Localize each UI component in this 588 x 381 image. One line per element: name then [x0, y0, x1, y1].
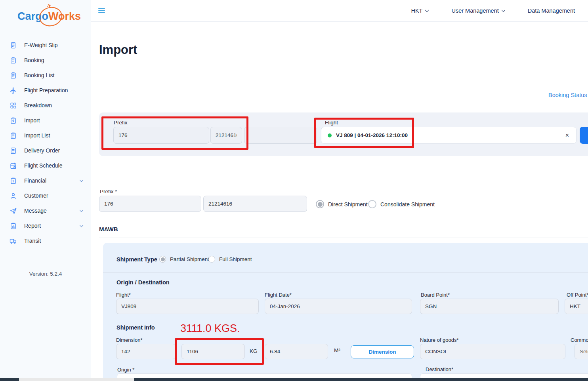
report-chart-icon [10, 222, 17, 230]
radio-partial-shipment[interactable]: Partial Shipment [159, 256, 209, 263]
prefix-input[interactable] [113, 127, 209, 144]
commodity-label: Commodity [571, 337, 588, 343]
weight-input[interactable] [181, 344, 245, 359]
app-version: Version: 5.2.4 [0, 271, 91, 277]
origin-destination-heading: Origin / Destination [116, 279, 170, 286]
scrollbar-thumb[interactable] [19, 378, 134, 381]
top-navigation: HKT User Management Data Management [411, 8, 575, 14]
chevron-down-icon [501, 8, 505, 12]
prefix-input-2[interactable] [99, 196, 201, 212]
sidebar-item-breakdown[interactable]: Breakdown [0, 98, 91, 113]
clipboard-import-icon [10, 117, 17, 124]
flight-select[interactable]: VJ 809 | 04-01-2026 12:10:00 × [321, 127, 577, 144]
awb-number-input-2[interactable] [203, 196, 307, 212]
sidebar-item-label: Import [24, 117, 83, 124]
awb-number-input[interactable] [210, 127, 242, 144]
nav-label: HKT [411, 8, 422, 14]
nature-of-goods-label: Nature of goods* [420, 337, 459, 343]
mawb-form-panel: Shipment Type Partial Shipment Full Ship… [103, 243, 588, 381]
sidebar-item-financial[interactable]: $ Financial [0, 173, 91, 188]
volume-input[interactable] [265, 344, 328, 359]
sidebar-item-report[interactable]: Report [0, 218, 91, 233]
document-icon [10, 147, 17, 154]
radio-label: Consolidate Shipment [380, 201, 435, 208]
board-point-input[interactable] [420, 299, 559, 314]
radio-icon [316, 200, 324, 208]
sidebar-item-label: Booking List [24, 72, 83, 78]
prefix-label: Prefix [114, 120, 128, 126]
radio-label: Direct Shipment [328, 201, 368, 208]
flight-label: Flight [325, 120, 338, 126]
top-header: HKT User Management Data Management [91, 0, 588, 22]
radio-full-shipment[interactable]: Full Shipment [208, 256, 252, 263]
horizontal-scrollbar[interactable] [0, 378, 588, 381]
awb-extra-input[interactable] [244, 127, 317, 144]
flight-field-input[interactable] [116, 299, 259, 314]
logo-plane-icon: ✈ [46, 2, 53, 10]
chevron-down-icon [80, 178, 84, 182]
sidebar-item-flight-schedule[interactable]: Flight Schedule [0, 158, 91, 173]
sidebar-item-delivery-order[interactable]: Delivery Order [0, 143, 91, 158]
sidebar-item-import-list[interactable]: Import List [0, 128, 91, 143]
nature-of-goods-input[interactable] [420, 344, 565, 359]
nav-item-user-management[interactable]: User Management [451, 8, 504, 14]
finance-clipboard-icon: $ [10, 177, 17, 185]
sidebar-item-import[interactable]: Import [0, 113, 91, 128]
radio-label: Partial Shipment [170, 256, 209, 262]
flight-status-dot-icon [328, 133, 332, 137]
radio-label: Full Shipment [219, 256, 252, 262]
commodity-select[interactable] [575, 344, 588, 359]
prefix-required-label: Prefix * [100, 189, 117, 194]
user-icon [10, 192, 17, 200]
sidebar-item-booking[interactable]: Booking [0, 53, 91, 68]
flight-select-value: VJ 809 | 04-01-2026 12:10:00 [336, 132, 408, 138]
sidebar-item-label: Booking [24, 57, 83, 63]
logo-text-works: Works [48, 10, 81, 22]
off-point-label: Off Point* [567, 292, 588, 298]
radio-icon [159, 256, 166, 263]
pieces-input[interactable] [116, 344, 176, 359]
sidebar-item-message[interactable]: Message [0, 203, 91, 218]
app-logo: CargoWorks ✈ [0, 0, 91, 23]
sidebar: CargoWorks ✈ E-Weight Slip Booking Booki… [0, 0, 91, 381]
slip-icon [10, 42, 17, 49]
radio-icon [208, 256, 215, 263]
hamburger-menu-icon[interactable] [98, 7, 105, 14]
sidebar-item-label: Message [24, 208, 80, 214]
booking-status-link[interactable]: Booking Status : [548, 92, 588, 98]
sidebar-item-e-weight-slip[interactable]: E-Weight Slip [0, 38, 91, 53]
awb-search-panel: Prefix Flight VJ 809 | 04-01-2026 12:10:… [99, 112, 588, 156]
nav-item-data-management[interactable]: Data Management [528, 8, 575, 14]
shipment-info-heading: Shipment Info [116, 324, 155, 331]
clear-icon[interactable]: × [565, 132, 570, 139]
sidebar-item-customer[interactable]: Customer [0, 188, 91, 203]
dimension-button[interactable]: Dimension [351, 345, 414, 358]
origin-label: Origin * [117, 367, 134, 373]
sidebar-item-flight-preparation[interactable]: Flight Preparation [0, 83, 91, 98]
nav-label: Data Management [528, 8, 575, 14]
flight-search-button[interactable] [580, 127, 588, 144]
nav-item-hkt[interactable]: HKT [411, 8, 428, 14]
plane-icon [10, 87, 17, 94]
board-point-label: Board Point* [421, 292, 450, 298]
grid-icon [10, 102, 17, 109]
sidebar-item-booking-list[interactable]: Booking List [0, 68, 91, 83]
sidebar-item-transit[interactable]: Transit [0, 233, 91, 248]
radio-direct-shipment[interactable]: Direct Shipment [316, 200, 368, 208]
weight-unit-label: KG [250, 348, 258, 354]
page-title: Import [99, 43, 137, 57]
off-point-input[interactable] [565, 299, 588, 314]
mawb-heading: MAWB [99, 226, 118, 232]
truck-icon [10, 237, 17, 245]
volume-unit-label: M³ [334, 347, 340, 353]
sidebar-menu: E-Weight Slip Booking Booking List Fligh… [0, 38, 91, 248]
divider [103, 317, 588, 317]
flight-field-label: Flight* [116, 292, 131, 298]
dimension-label: Dimension* [116, 337, 142, 343]
radio-consolidate-shipment[interactable]: Consolidate Shipment [368, 200, 435, 208]
clipboard-icon [10, 57, 17, 64]
sidebar-item-label: Flight Preparation [24, 87, 83, 93]
sidebar-item-label: Breakdown [24, 102, 83, 109]
flight-date-input[interactable] [265, 299, 412, 314]
sidebar-item-label: E-Weight Slip [24, 42, 83, 48]
